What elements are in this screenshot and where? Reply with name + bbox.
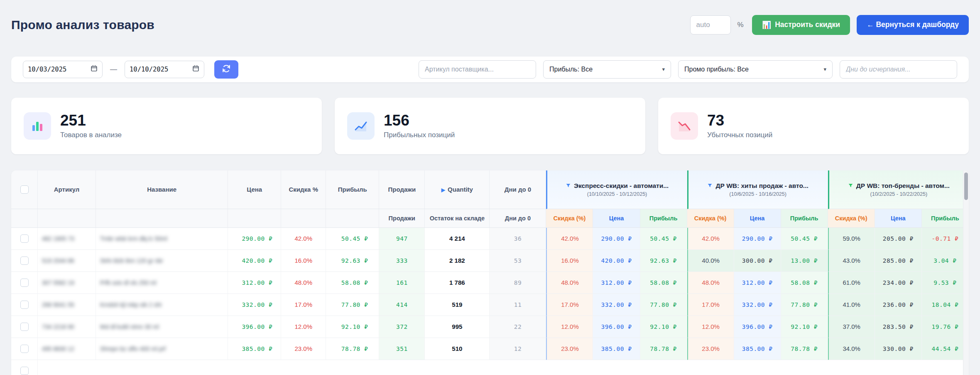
header-spacer — [96, 209, 228, 228]
promo-price-cell: 285.00 ₽ — [875, 250, 922, 272]
date-from-input[interactable]: 10/03/2025 — [23, 61, 103, 78]
name-cell: Shmpn bz slftv 400 ml prf — [96, 338, 228, 360]
profit-filter-value: Прибыль: Все — [549, 66, 593, 73]
name-masked-text: Strln blzk tkm 120 gr nbr — [96, 257, 163, 264]
subheader-promo-price: Цена — [875, 209, 922, 228]
name-masked-text: Shmpn bz slftv 400 ml prf — [96, 345, 166, 352]
article-cell: 519 2044 86 — [38, 250, 96, 272]
refresh-icon — [222, 64, 231, 74]
days-to-zero-cell: 22 — [490, 316, 546, 338]
calendar-icon — [192, 65, 199, 74]
profit-filter-select[interactable]: Прибыль: Все ▾ — [543, 60, 671, 79]
subheader-promo-profit: Прибыль — [922, 209, 969, 228]
promo-price-cell: 332.00 ₽ — [734, 294, 781, 316]
promo-profit-cell: 77.80 ₽ — [781, 294, 828, 316]
name-cell: Prfk sstv dl vls 250 ml — [96, 272, 228, 294]
promo-profit-cell: 3.04 ₽ — [922, 250, 969, 272]
configure-discounts-label: Настроить скидки — [775, 20, 840, 29]
header-spacer — [326, 209, 379, 228]
price-cell: 396.00 ₽ — [228, 316, 281, 338]
column-header-name[interactable]: Название — [96, 170, 228, 209]
row-checkbox[interactable] — [20, 279, 29, 287]
scrollbar-thumb[interactable] — [964, 173, 968, 200]
sales-cell: 351 — [379, 338, 425, 360]
price-cell: 312.00 ₽ — [228, 272, 281, 294]
date-to-input[interactable]: 10/10/2025 — [125, 61, 204, 78]
name-cell: Msl dl kutkl vtmn 30 ml — [96, 316, 228, 338]
promo-profit-cell: 92.10 ₽ — [640, 316, 687, 338]
price-cell: 290.00 ₽ — [228, 228, 281, 250]
subheader-promo-price: Цена — [593, 209, 640, 228]
promo-profit-cell: 78.78 ₽ — [640, 338, 687, 360]
promo-price-cell: 396.00 ₽ — [734, 316, 781, 338]
partial-row-cells — [38, 360, 969, 375]
select-all-checkbox[interactable] — [20, 185, 29, 194]
promo-discount-cell: 43.0% — [828, 250, 875, 272]
promo-discount-cell: 61.0% — [828, 272, 875, 294]
promo-discount-cell: 17.0% — [546, 294, 593, 316]
filter-funnel-icon — [848, 183, 853, 188]
refresh-button[interactable] — [214, 60, 238, 79]
stat-card-profitable: 156 Прибыльных позиций — [335, 98, 645, 154]
column-header-price[interactable]: Цена — [228, 170, 281, 209]
header-controls: % 📊 Настроить скидки ← Вернуться к дашбо… — [690, 15, 969, 35]
promo-profit-filter-select[interactable]: Промо прибыль: Все ▾ — [678, 60, 833, 79]
promo-price-cell: 236.00 ₽ — [875, 294, 922, 316]
article-masked-text: 482 1905 73 — [38, 235, 74, 242]
promo-group-header-express[interactable]: Экспресс-скидки - автомати... (10/10/202… — [546, 170, 687, 209]
promo-price-cell: 205.00 ₽ — [875, 228, 922, 250]
name-cell: Krndsh kjl mkp stk 2 sht — [96, 294, 228, 316]
promo-profit-cell: 77.80 ₽ — [640, 294, 687, 316]
auto-percent-input[interactable] — [690, 15, 731, 35]
row-checkbox[interactable] — [20, 301, 29, 309]
name-cell: Strln blzk tkm 120 gr nbr — [96, 250, 228, 272]
promo-profit-cell: 44.54 ₽ — [922, 338, 969, 360]
vertical-scrollbar[interactable] — [963, 170, 969, 375]
days-to-depletion-input[interactable] — [840, 60, 957, 79]
configure-discounts-button[interactable]: 📊 Настроить скидки — [752, 15, 850, 35]
promo-profit-cell: 92.63 ₽ — [640, 250, 687, 272]
table-row-partial — [11, 360, 969, 375]
article-masked-text: 268 9041 55 — [38, 301, 74, 308]
column-header-quantity[interactable]: ▶Quantity — [425, 170, 490, 209]
date-range-separator: — — [110, 65, 117, 74]
subheader-promo-profit: Прибыль — [640, 209, 687, 228]
supplier-article-input[interactable] — [419, 60, 536, 79]
row-checkbox[interactable] — [20, 367, 29, 375]
row-select-cell — [11, 272, 38, 294]
back-to-dashboard-button[interactable]: ← Вернуться к дашборду — [857, 15, 969, 35]
row-select-cell — [11, 316, 38, 338]
row-checkbox[interactable] — [20, 345, 29, 353]
discount-cell: 48.0% — [281, 272, 326, 294]
column-header-sales[interactable]: Продажи — [379, 170, 425, 209]
promo-price-cell: 283.50 ₽ — [875, 316, 922, 338]
stat-label: Убыточных позиций — [707, 131, 772, 139]
row-select-cell — [11, 360, 38, 375]
column-header-discount[interactable]: Скидка % — [281, 170, 326, 209]
row-select-cell — [11, 228, 38, 250]
header-spacer — [281, 209, 326, 228]
calendar-icon — [91, 65, 98, 74]
promo-profit-cell: 18.04 ₽ — [922, 294, 969, 316]
expand-quantity-icon[interactable]: ▶ — [441, 187, 445, 193]
article-masked-text: 519 2044 86 — [38, 257, 74, 264]
profit-cell: 78.78 ₽ — [326, 338, 379, 360]
table-row: 268 9041 55Krndsh kjl mkp stk 2 sht332.0… — [11, 294, 969, 316]
profit-cell: 50.45 ₽ — [326, 228, 379, 250]
article-cell: 307 5582 19 — [38, 272, 96, 294]
row-checkbox[interactable] — [20, 257, 29, 265]
chart-icon: 📊 — [762, 21, 771, 29]
column-header-profit[interactable]: Прибыль — [326, 170, 379, 209]
row-checkbox[interactable] — [20, 323, 29, 331]
profit-cell: 58.08 ₽ — [326, 272, 379, 294]
sales-cell: 414 — [379, 294, 425, 316]
promo-price-cell: 332.00 ₽ — [593, 294, 640, 316]
promo-group-header-wb-hits[interactable]: ДР WB: хиты продаж - авто... (10/6/2025 … — [687, 170, 828, 209]
stat-value: 73 — [707, 113, 772, 129]
row-checkbox[interactable] — [20, 234, 29, 243]
promo-group-header-wb-top-brands[interactable]: ДР WB: топ-бренды - автом... (10/2/2025 … — [828, 170, 969, 209]
column-header-article[interactable]: Артикул — [38, 170, 96, 209]
column-header-days-to-zero[interactable]: Дни до 0 — [490, 170, 546, 209]
stat-card-unprofitable: 73 Убыточных позиций — [658, 98, 969, 154]
promo-discount-cell: 34.0% — [828, 338, 875, 360]
